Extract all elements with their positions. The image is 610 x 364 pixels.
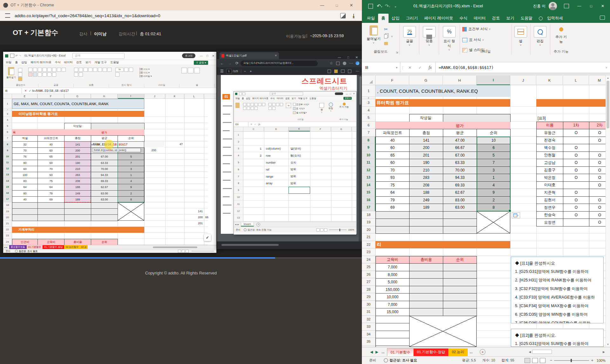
cell[interactable]: O: [563, 174, 589, 182]
cell[interactable]: O: [563, 197, 589, 204]
cell[interactable]: [410, 308, 443, 316]
cell[interactable]: 200: [410, 144, 443, 152]
fill-handle[interactable]: [508, 209, 511, 212]
cell[interactable]: [563, 137, 589, 145]
page-layout-view-button[interactable]: [532, 358, 538, 363]
header-cell[interactable]: 순위: [443, 256, 477, 264]
cell[interactable]: 79: [376, 197, 410, 204]
col-header-H[interactable]: H: [443, 76, 477, 85]
normal-view-button[interactable]: [525, 358, 530, 363]
minimize-button[interactable]: —: [315, 0, 329, 10]
v-scrollbar[interactable]: ▲ ▼: [606, 76, 610, 347]
header-cell[interactable]: 순위: [477, 129, 511, 137]
cell[interactable]: 7,000: [376, 264, 410, 271]
header-cell[interactable]: 총점: [410, 129, 443, 137]
cell[interactable]: [443, 301, 477, 309]
cell[interactable]: 김종구: [537, 167, 563, 174]
row-header[interactable]: 29: [362, 293, 376, 301]
cell[interactable]: 63.33: [443, 159, 477, 167]
close-button[interactable]: ✕: [344, 0, 359, 10]
cell[interactable]: [443, 279, 477, 286]
row-header[interactable]: 5: [362, 114, 376, 122]
row-header[interactable]: 19: [362, 219, 376, 226]
row-header[interactable]: 22: [362, 241, 376, 249]
undo-button[interactable]: ↶˅: [377, 3, 382, 9]
cell[interactable]: 47.00: [443, 137, 477, 145]
row-header[interactable]: 4: [362, 107, 376, 114]
cell[interactable]: [410, 301, 443, 309]
h-scroll-thumb[interactable]: [532, 350, 552, 354]
select-all-button[interactable]: [362, 76, 376, 85]
x-cell-2[interactable]: [409, 316, 477, 347]
tab-file[interactable]: 파일: [364, 14, 378, 23]
conditional-formatting-button[interactable]: 조건부 서식˅: [462, 27, 491, 31]
cell[interactable]: [410, 271, 443, 279]
cell[interactable]: 63.00: [443, 204, 477, 212]
minimize-button[interactable]: —: [577, 4, 581, 8]
cell[interactable]: [563, 182, 589, 189]
cell[interactable]: 지준혁: [537, 189, 563, 197]
next-sheet-icon[interactable]: ▶: [376, 350, 378, 354]
row-header[interactable]: 8: [362, 137, 376, 144]
cell[interactable]: O: [563, 159, 589, 167]
cell[interactable]: O: [563, 144, 589, 152]
quick-analysis-button[interactable]: +: [512, 212, 520, 219]
cell[interactable]: 94.33: [443, 174, 477, 182]
cell[interactable]: 안현철: [537, 152, 563, 159]
tab-data[interactable]: 데이터: [471, 14, 489, 23]
tab-review[interactable]: 검토: [489, 14, 503, 23]
fx-icon[interactable]: fx: [429, 65, 432, 70]
t3-label[interactable]: [표3]: [538, 116, 546, 121]
cell[interactable]: [443, 293, 477, 301]
row-header[interactable]: 12: [362, 166, 376, 174]
row-header[interactable]: 21: [362, 233, 376, 241]
cells-button[interactable]: 셀˅: [515, 26, 527, 47]
row-header[interactable]: 23: [362, 248, 376, 256]
cell[interactable]: 김현서: [537, 197, 563, 204]
col-header-L[interactable]: L: [563, 76, 589, 85]
cell[interactable]: 62.67: [443, 189, 477, 197]
copy-icon[interactable]: [384, 34, 388, 38]
cell[interactable]: 83.00: [443, 197, 477, 204]
row-header[interactable]: 9: [362, 144, 376, 152]
cell[interactable]: 75: [376, 182, 410, 189]
cell[interactable]: 70.00: [443, 167, 477, 174]
cell[interactable]: 유동근: [537, 129, 563, 137]
formula-input[interactable]: =RANK.EQ(G8,$G$8:$G$17): [436, 62, 603, 73]
format-as-table-button[interactable]: 표 서식˅: [462, 37, 484, 42]
cell[interactable]: 백수정: [537, 144, 563, 152]
cell[interactable]: O: [563, 129, 589, 137]
cell[interactable]: 93: [376, 174, 410, 182]
cell[interactable]: 40: [376, 137, 410, 145]
name-box[interactable]: I8▾: [362, 62, 400, 73]
add-sheet-button[interactable]: +: [480, 349, 485, 355]
status-accessibility[interactable]: 접근성: 조사 필요: [390, 358, 417, 363]
col-header-I[interactable]: I: [477, 76, 510, 85]
tabs-overflow-left[interactable]: ...: [382, 350, 385, 354]
cell[interactable]: 283: [410, 174, 443, 182]
row-header[interactable]: 17: [362, 204, 376, 211]
cell[interactable]: 70: [376, 167, 410, 174]
tab-help[interactable]: 도움말: [517, 14, 536, 23]
site-settings-icon[interactable]: [5, 13, 10, 18]
cell[interactable]: 오정연: [537, 219, 563, 226]
cell[interactable]: 15,000: [376, 308, 410, 316]
h-scroll-left-icon[interactable]: ◀: [529, 350, 531, 354]
row-header[interactable]: 33: [362, 323, 376, 331]
cell[interactable]: O: [563, 167, 589, 174]
cell[interactable]: 67.00: [443, 152, 477, 159]
format-painter-icon[interactable]: [384, 42, 388, 45]
download-icon[interactable]: ⭳: [351, 13, 356, 18]
tab-insert[interactable]: 삽입: [389, 14, 403, 23]
page-break-view-button[interactable]: [540, 358, 546, 363]
cell[interactable]: 150,000: [376, 286, 410, 294]
zoom-slider[interactable]: [554, 360, 589, 361]
tabs-overflow-right[interactable]: ...: [470, 350, 473, 354]
tab-formulas[interactable]: 수식: [456, 14, 471, 23]
tab-view[interactable]: 보기: [503, 14, 517, 23]
cell[interactable]: 7,000: [376, 301, 410, 309]
accept-icon[interactable]: ✓: [418, 65, 422, 70]
cell[interactable]: 60: [376, 159, 410, 167]
header-cell[interactable]: 이름: [537, 122, 563, 130]
cell[interactable]: 이태호: [537, 182, 563, 189]
